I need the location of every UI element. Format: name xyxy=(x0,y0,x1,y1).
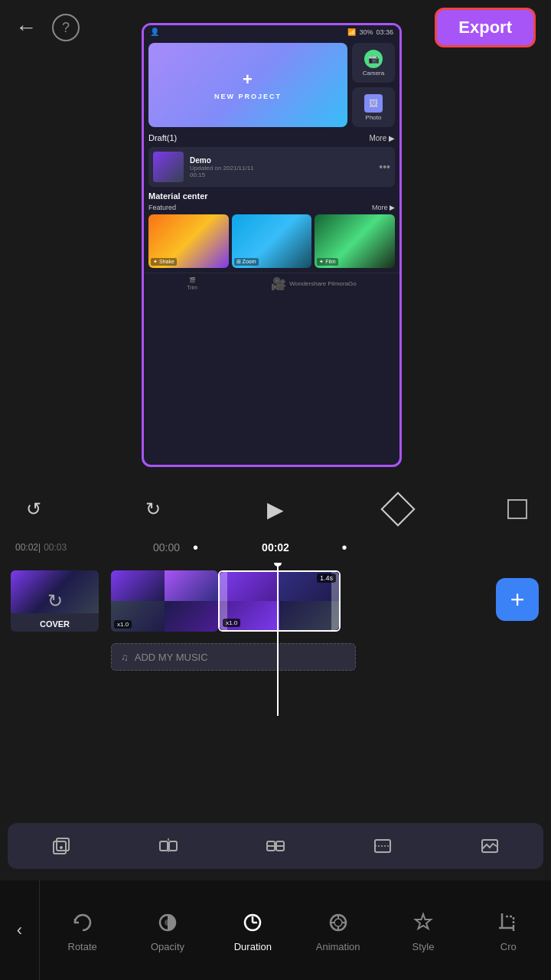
draft-title: Draft(1) xyxy=(148,133,177,142)
filmora-name: Wondershare FilmoraGo xyxy=(289,280,356,287)
music-track[interactable]: ♫ ADD MY MUSIC xyxy=(111,643,356,671)
person-icon: 👤 xyxy=(150,28,159,36)
phone-content: + NEW PROJECT 📷 Camera 🖼 Photo Draft(1) … xyxy=(144,38,399,273)
nav-back-button[interactable]: ‹ xyxy=(0,880,40,980)
featured-item-film[interactable]: ✦ Film xyxy=(315,214,395,268)
track-area: ↻ COVER x1.0 1.4s x1.0 xyxy=(0,563,551,716)
phone-bottom-bar: 🎬 Trim 🎥 Wondershare FilmoraGo xyxy=(144,273,399,294)
duration-icon xyxy=(239,909,266,936)
redo-button[interactable]: ↻ xyxy=(138,494,168,524)
opacity-label: Opacity xyxy=(151,941,184,952)
undo-button[interactable]: ↺ xyxy=(18,494,49,524)
time-text: 03:36 xyxy=(376,28,393,36)
svg-rect-5 xyxy=(160,841,168,851)
featured-header: Featured More ▶ xyxy=(148,204,395,211)
time-separator: | xyxy=(38,542,41,553)
edit-toolbar xyxy=(8,823,543,869)
video-clip-2-selected[interactable]: 1.4s x1.0 xyxy=(218,570,341,632)
camera-button[interactable]: 📷 Camera xyxy=(352,43,395,83)
style-icon xyxy=(409,909,437,936)
svg-point-15 xyxy=(165,920,171,926)
phone-status-bar: 👤 📶 30% 03:36 xyxy=(144,25,399,38)
camera-icon: 📷 xyxy=(364,50,383,68)
timeline-start-time: 00:00 xyxy=(153,541,180,554)
toolbar-copy-button[interactable] xyxy=(44,829,78,863)
expand-icon xyxy=(507,498,528,520)
toolbar-effect-button[interactable] xyxy=(473,829,507,863)
cover-refresh-icon: ↻ xyxy=(47,590,63,612)
draft-more-link[interactable]: More ▶ xyxy=(369,134,395,142)
clip-1-thumb-4 xyxy=(165,601,218,632)
new-project-card[interactable]: + NEW PROJECT xyxy=(148,43,347,127)
diamond-button[interactable] xyxy=(383,494,413,524)
nav-item-animation[interactable]: Animation xyxy=(311,909,365,952)
video-clip-1[interactable]: x1.0 xyxy=(111,570,218,632)
top-left-controls: ← ? xyxy=(15,14,80,41)
draft-date: Updated on 2021/11/11 xyxy=(190,165,373,172)
featured-label-zoom: ⊞ Zoom xyxy=(234,258,259,266)
draft-item[interactable]: Demo Updated on 2021/11/11 00:15 ••• xyxy=(148,147,395,187)
battery-text: 30% xyxy=(359,28,373,36)
help-button[interactable]: ? xyxy=(52,14,80,41)
featured-label: Featured xyxy=(148,204,176,211)
cover-thumbnail[interactable]: ↻ COVER xyxy=(11,570,99,632)
nav-item-opacity[interactable]: Opacity xyxy=(141,909,194,952)
svg-point-20 xyxy=(334,919,342,926)
new-project-label: NEW PROJECT xyxy=(214,93,282,100)
photo-button[interactable]: 🖼 Photo xyxy=(352,87,395,127)
timeline-dot-right: • xyxy=(341,539,347,557)
add-music-label: ADD MY MUSIC xyxy=(135,652,208,663)
timeline-center-time: 00:02 xyxy=(262,541,289,554)
photo-icon: 🖼 xyxy=(364,94,383,113)
expand-button[interactable] xyxy=(502,494,533,524)
status-left: 👤 xyxy=(150,28,159,36)
clip-2-speed-badge: x1.0 xyxy=(223,619,240,627)
svg-rect-2 xyxy=(57,838,69,851)
trim-button[interactable]: 🎬 Trim xyxy=(187,277,197,290)
filmora-icon: 🎥 xyxy=(271,276,286,291)
featured-item-shake[interactable]: ✦ Shake xyxy=(148,214,229,268)
back-button[interactable]: ← xyxy=(15,15,37,40)
draft-name: Demo xyxy=(190,156,373,165)
new-project-plus-icon: + xyxy=(243,70,253,90)
filmora-logo: 🎥 Wondershare FilmoraGo xyxy=(271,276,356,291)
trim-label: Trim xyxy=(187,285,197,290)
cover-label: COVER xyxy=(40,619,70,629)
draft-options-icon[interactable]: ••• xyxy=(379,161,390,173)
featured-more-link[interactable]: More ▶ xyxy=(372,204,395,211)
rotate-label: Rotate xyxy=(68,941,97,952)
toolbar-split-button[interactable] xyxy=(152,829,185,863)
draft-duration: 00:15 xyxy=(190,172,373,178)
clip-2-duration-badge: 1.4s xyxy=(317,573,336,583)
add-media-button[interactable]: + xyxy=(496,578,539,621)
nav-item-duration[interactable]: Duration xyxy=(226,909,279,952)
export-button[interactable]: Export xyxy=(435,8,536,47)
camera-label: Camera xyxy=(363,70,384,77)
play-button[interactable]: ▶ xyxy=(257,491,294,528)
featured-label-film: ✦ Film xyxy=(317,258,337,266)
music-note-icon: ♫ xyxy=(121,652,129,663)
total-time: 00:03 xyxy=(44,542,67,553)
featured-item-zoom[interactable]: ⊞ Zoom xyxy=(232,214,312,268)
featured-grid: ✦ Shake ⊞ Zoom ✦ Film xyxy=(148,214,395,268)
clip-1-thumb-1 xyxy=(111,570,165,601)
animation-label: Animation xyxy=(316,941,360,952)
timeline-dot-left: • xyxy=(193,539,198,557)
bottom-nav-inner: ‹ Rotate Op xyxy=(0,880,551,980)
nav-item-crop[interactable]: Cro xyxy=(481,909,535,952)
draft-thumbnail xyxy=(153,152,184,182)
video-clip-track: x1.0 1.4s x1.0 xyxy=(111,570,341,632)
featured-label-shake: ✦ Shake xyxy=(151,258,177,266)
crop-icon xyxy=(494,909,522,936)
nav-item-rotate[interactable]: Rotate xyxy=(56,909,109,952)
toolbar-speed-button[interactable] xyxy=(259,829,292,863)
toolbar-trim-button[interactable] xyxy=(366,829,399,863)
clip-2-thumb-4 xyxy=(279,601,339,630)
playhead xyxy=(277,563,279,716)
clip-2-thumb-1 xyxy=(220,572,279,601)
phone-preview: 👤 📶 30% 03:36 + NEW PROJECT 📷 Camera 🖼 P… xyxy=(142,23,402,467)
signal-icon: 📶 xyxy=(347,28,356,36)
side-buttons: 📷 Camera 🖼 Photo xyxy=(352,43,395,127)
nav-item-style[interactable]: Style xyxy=(396,909,450,952)
svg-marker-25 xyxy=(416,914,431,929)
